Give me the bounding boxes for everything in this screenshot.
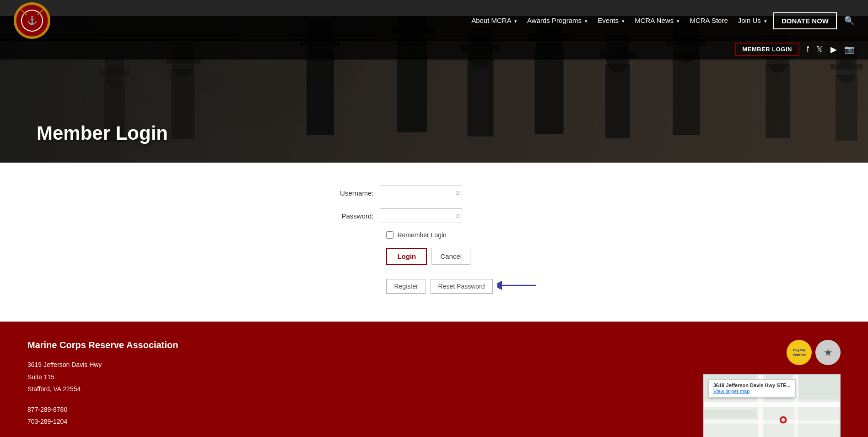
register-button[interactable]: Register	[386, 279, 426, 294]
remember-label: Remember Login	[397, 231, 446, 239]
footer-map: 3619 Jefferson Davis Hwy STE... View lar…	[703, 374, 841, 437]
login-section: Username: ⊞ Password: ⊞ Remember Login L…	[0, 163, 868, 322]
nav-donate-button[interactable]: DONATE NOW	[773, 12, 837, 29]
password-field-icon: ⊞	[455, 213, 460, 219]
hero-title: Member Login	[37, 122, 168, 144]
main-nav: ⚓ About MCRA ▾ Awards Programs ▾ Events …	[0, 0, 868, 41]
facebook-icon[interactable]: f	[807, 44, 809, 54]
nav-item-awards[interactable]: Awards Programs ▾	[523, 16, 591, 25]
username-input[interactable]	[380, 186, 462, 200]
login-button[interactable]: Login	[386, 248, 427, 265]
secondary-buttons-row: Register Reset Password	[386, 279, 538, 294]
footer-address: 3619 Jefferson Davis Hwy Suite 115 Staff…	[27, 359, 178, 395]
nav-item-about[interactable]: About MCRA ▾	[468, 16, 521, 25]
remember-row: Remember Login	[386, 231, 446, 239]
username-label: Username:	[329, 189, 380, 197]
password-label: Password:	[329, 212, 380, 220]
nav-item-news[interactable]: MCRA News ▾	[631, 16, 683, 25]
nav-search-icon[interactable]: 🔍	[840, 16, 854, 26]
password-row: Password: ⊞	[329, 208, 538, 223]
svg-rect-12	[704, 420, 840, 424]
sub-nav: MEMBER LOGIN f 𝕏 ▶ 📷	[0, 39, 868, 60]
footer-org-name: Marine Corps Reserve Association	[27, 340, 178, 350]
footer-inner: Marine Corps Reserve Association 3619 Je…	[27, 340, 841, 437]
nav-links: About MCRA ▾ Awards Programs ▾ Events ▾ …	[468, 12, 854, 29]
password-input[interactable]	[380, 208, 462, 223]
username-input-wrapper: ⊞	[380, 186, 462, 200]
username-field-icon: ⊞	[455, 190, 460, 196]
svg-text:⚓: ⚓	[27, 16, 38, 26]
nav-item-join[interactable]: Join Us ▾	[734, 16, 771, 25]
cancel-button[interactable]: Cancel	[431, 248, 470, 265]
footer-left: Marine Corps Reserve Association 3619 Je…	[27, 340, 178, 437]
instagram-icon[interactable]: 📷	[844, 44, 854, 55]
map-popup: 3619 Jefferson Davis Hwy STE... View lar…	[708, 379, 796, 398]
nav-item-store[interactable]: MCRA Store	[686, 16, 731, 25]
arrow-annotation	[497, 279, 539, 294]
footer-right: PayPal Verified ★	[703, 340, 841, 437]
map-larger-link[interactable]: View larger map	[713, 388, 749, 394]
star-badge: ★	[815, 340, 841, 365]
svg-rect-15	[799, 375, 840, 399]
login-form: Username: ⊞ Password: ⊞ Remember Login L…	[329, 186, 538, 294]
username-row: Username: ⊞	[329, 186, 538, 200]
login-button-row: Login Cancel	[386, 248, 470, 265]
remember-checkbox[interactable]	[386, 231, 394, 239]
svg-rect-9	[704, 402, 840, 407]
svg-point-18	[782, 418, 785, 422]
site-logo[interactable]: ⚓	[14, 2, 50, 39]
youtube-icon[interactable]: ▶	[830, 44, 837, 55]
footer-badges: PayPal Verified ★	[787, 340, 841, 365]
paypal-badge: PayPal Verified	[787, 340, 812, 365]
svg-rect-16	[704, 410, 756, 418]
reset-password-button[interactable]: Reset Password	[431, 279, 493, 294]
footer: Marine Corps Reserve Association 3619 Je…	[0, 322, 868, 437]
footer-phones: 877-289-8780 703-289-1204	[27, 404, 178, 428]
password-input-wrapper: ⊞	[380, 208, 462, 223]
member-login-button[interactable]: MEMBER LOGIN	[735, 43, 799, 56]
twitter-icon[interactable]: 𝕏	[816, 44, 823, 55]
nav-item-events[interactable]: Events ▾	[594, 16, 628, 25]
